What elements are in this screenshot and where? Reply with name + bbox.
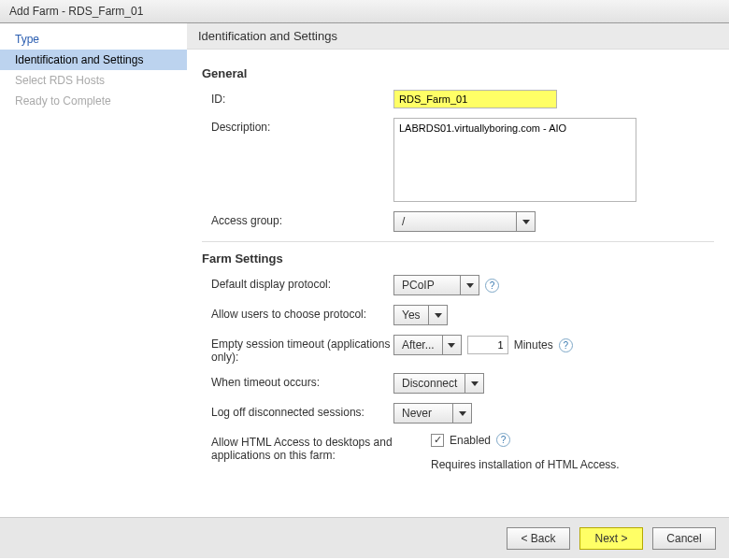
html-access-label: Allow HTML Access to desktops and applic… (202, 433, 431, 462)
display-protocol-select[interactable]: PCoIP (393, 275, 479, 295)
chevron-down-icon[interactable] (460, 276, 479, 294)
chevron-down-icon[interactable] (428, 306, 447, 324)
display-protocol-value: PCoIP (394, 276, 460, 294)
footer-bar: < Back Next > Cancel (0, 517, 729, 558)
empty-timeout-number[interactable] (467, 336, 508, 354)
section-divider (202, 241, 714, 242)
enabled-label: Enabled (450, 434, 491, 447)
empty-timeout-select[interactable]: After... (393, 335, 462, 355)
logoff-value: Never (394, 404, 452, 423)
chevron-down-icon[interactable] (442, 336, 461, 354)
page-title: Identification and Settings (187, 23, 729, 50)
id-input[interactable] (393, 90, 557, 108)
sidebar-item-type[interactable]: Type (0, 29, 187, 50)
minutes-label: Minutes (514, 338, 553, 352)
access-group-value: / (394, 212, 516, 231)
chevron-down-icon[interactable] (452, 404, 471, 423)
section-farm-settings: Farm Settings (202, 251, 714, 266)
when-timeout-select[interactable]: Disconnect (393, 373, 484, 394)
logoff-label: Log off disconnected sessions: (202, 403, 393, 419)
when-timeout-label: When timeout occurs: (202, 373, 393, 389)
allow-choose-label: Allow users to choose protocol: (202, 305, 393, 321)
id-label: ID: (202, 90, 393, 106)
allow-choose-select[interactable]: Yes (393, 305, 448, 325)
next-button[interactable]: Next > (579, 527, 643, 550)
wizard-sidebar: Type Identification and Settings Select … (0, 23, 187, 517)
sidebar-item-select-rds: Select RDS Hosts (0, 70, 187, 91)
logoff-select[interactable]: Never (393, 403, 472, 424)
html-access-note: Requires installation of HTML Access. (431, 458, 620, 471)
description-textarea[interactable] (393, 118, 636, 202)
html-access-checkbox[interactable]: ✓ (431, 434, 444, 447)
cancel-button[interactable]: Cancel (652, 527, 716, 550)
help-icon[interactable]: ? (496, 433, 510, 447)
chevron-down-icon[interactable] (516, 212, 535, 231)
chevron-down-icon[interactable] (465, 374, 483, 393)
description-label: Description: (202, 118, 393, 134)
access-group-label: Access group: (202, 211, 393, 227)
window-title: Add Farm - RDS_Farm_01 (0, 0, 729, 23)
section-general: General (202, 66, 714, 80)
access-group-select[interactable]: / (393, 211, 536, 232)
display-protocol-label: Default display protocol: (202, 275, 393, 291)
help-icon[interactable]: ? (485, 279, 499, 293)
sidebar-item-ready: Ready to Complete (0, 91, 187, 111)
allow-choose-value: Yes (394, 306, 428, 324)
sidebar-item-identification[interactable]: Identification and Settings (0, 50, 187, 70)
help-icon[interactable]: ? (559, 338, 573, 352)
empty-timeout-value: After... (394, 336, 442, 354)
back-button[interactable]: < Back (507, 527, 570, 550)
empty-timeout-label: Empty session timeout (applications only… (202, 335, 393, 364)
when-timeout-value: Disconnect (394, 374, 465, 393)
